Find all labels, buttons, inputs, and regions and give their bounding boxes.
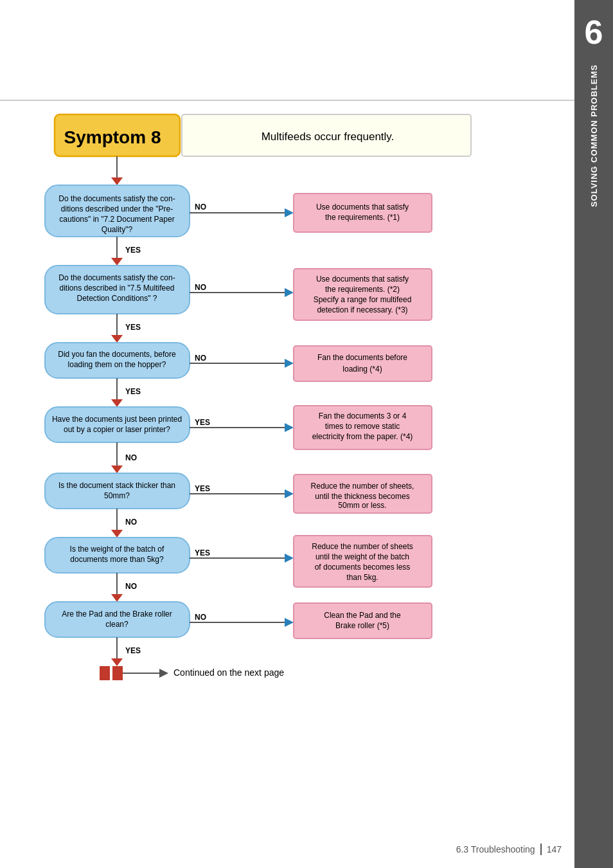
- svg-text:Have the documents just been p: Have the documents just been printed: [52, 415, 182, 424]
- svg-text:NO: NO: [195, 203, 206, 212]
- svg-text:NO: NO: [125, 453, 137, 462]
- svg-text:Fan the documents 3 or 4: Fan the documents 3 or 4: [319, 411, 407, 420]
- svg-marker-98: [111, 658, 123, 666]
- sidebar-number: 6: [585, 13, 603, 51]
- svg-text:Fan the documents before: Fan the documents before: [317, 353, 407, 362]
- svg-text:YES: YES: [195, 548, 210, 557]
- svg-text:NO: NO: [125, 518, 137, 527]
- footer-page: 147: [547, 844, 562, 854]
- svg-text:Brake roller (*5): Brake roller (*5): [335, 621, 389, 630]
- svg-marker-40: [285, 359, 294, 368]
- svg-text:Use documents that satisfy: Use documents that satisfy: [316, 275, 409, 284]
- svg-rect-41: [294, 346, 432, 381]
- svg-marker-19: [111, 258, 123, 266]
- top-divider: [0, 100, 574, 101]
- svg-marker-5: [111, 177, 123, 185]
- svg-text:Multifeeds occur frequently.: Multifeeds occur frequently.: [262, 131, 395, 143]
- svg-text:YES: YES: [125, 323, 141, 332]
- svg-text:loading them on the hopper?: loading them on the hopper?: [68, 360, 166, 369]
- svg-text:ditions described under the "P: ditions described under the "Pre-: [61, 204, 173, 213]
- svg-text:NO: NO: [195, 283, 206, 292]
- svg-marker-46: [111, 399, 123, 407]
- svg-text:YES: YES: [195, 418, 210, 427]
- svg-marker-72: [111, 530, 123, 538]
- svg-marker-65: [285, 489, 294, 498]
- svg-text:cautions" in "7.2 Document Pap: cautions" in "7.2 Document Paper: [59, 215, 174, 224]
- svg-text:until the weight of the batch: until the weight of the batch: [315, 552, 409, 561]
- svg-text:Use documents that satisfy: Use documents that satisfy: [316, 203, 409, 212]
- svg-text:Specify a range for multifeed: Specify a range for multifeed: [314, 295, 412, 304]
- svg-marker-13: [285, 208, 294, 217]
- svg-text:NO: NO: [195, 354, 206, 363]
- svg-text:Reduce the number of sheets,: Reduce the number of sheets,: [311, 482, 414, 491]
- svg-text:electricity from the paper. (*: electricity from the paper. (*4): [312, 432, 413, 441]
- svg-text:YES: YES: [125, 246, 141, 255]
- svg-marker-78: [285, 554, 294, 563]
- svg-rect-100: [112, 666, 123, 680]
- svg-text:NO: NO: [125, 582, 137, 591]
- svg-rect-99: [100, 666, 110, 680]
- svg-text:the requirements. (*1): the requirements. (*1): [325, 213, 400, 222]
- svg-text:Is the weight of the batch of: Is the weight of the batch of: [70, 545, 164, 554]
- svg-text:50mm?: 50mm?: [104, 491, 130, 500]
- svg-text:until the thickness becomes: until the thickness becomes: [315, 492, 409, 501]
- svg-marker-102: [159, 669, 168, 678]
- svg-text:clean?: clean?: [105, 620, 129, 629]
- svg-text:Clean the Pad  and the: Clean the Pad and the: [324, 611, 401, 620]
- svg-text:out by a copier or laser  prin: out by a copier or laser printer?: [64, 425, 170, 434]
- footer-section: 6.3 Troubleshooting: [456, 844, 535, 854]
- svg-text:Are the Pad and the Brake roll: Are the Pad and the Brake roller: [62, 610, 172, 619]
- svg-text:NO: NO: [195, 613, 206, 622]
- svg-marker-92: [285, 618, 294, 627]
- sidebar: 6 SOLVING COMMON PROBLEMS: [574, 0, 613, 868]
- svg-text:YES: YES: [125, 646, 141, 655]
- svg-marker-59: [111, 466, 123, 473]
- flowchart-svg: Symptom 8 Multifeeds occur frequently. D…: [35, 108, 575, 815]
- svg-text:YES: YES: [195, 484, 210, 493]
- svg-text:the requirements. (*2): the requirements. (*2): [325, 285, 400, 294]
- svg-text:50mm or less.: 50mm or less.: [338, 501, 386, 510]
- svg-text:Do the documents satisfy the c: Do the documents satisfy the con-: [58, 194, 175, 203]
- svg-text:Is the document stack thicker : Is the document stack thicker than: [58, 481, 175, 490]
- svg-text:Continued on the next page: Continued on the next page: [173, 667, 284, 678]
- svg-text:than 5kg.: than 5kg.: [346, 573, 378, 582]
- footer: 6.3 Troubleshooting 147: [456, 844, 562, 855]
- svg-text:ditions described  in "7.5 Mul: ditions described in "7.5 Multifeed: [59, 284, 174, 293]
- svg-text:loading (*4): loading (*4): [342, 365, 382, 374]
- svg-marker-26: [285, 288, 294, 297]
- svg-text:Symptom 8: Symptom 8: [64, 127, 161, 147]
- svg-text:YES: YES: [125, 387, 141, 396]
- svg-text:times to remove static: times to remove static: [325, 422, 400, 431]
- svg-text:of documents becomes less: of documents becomes less: [315, 563, 411, 572]
- svg-marker-52: [285, 423, 294, 432]
- svg-text:detection if necessary. (*3): detection if necessary. (*3): [317, 305, 407, 314]
- svg-text:documents more than 5kg?: documents more than 5kg?: [70, 555, 164, 564]
- svg-text:Do the documents satisfy the c: Do the documents satisfy the con-: [58, 273, 175, 282]
- svg-text:Quality"?: Quality"?: [102, 225, 133, 234]
- svg-marker-34: [111, 335, 123, 343]
- svg-text:Reduce the number of sheets: Reduce the number of sheets: [312, 542, 413, 551]
- svg-text:Detection Conditions" ?: Detection Conditions" ?: [77, 294, 157, 303]
- sidebar-text: SOLVING COMMON PROBLEMS: [589, 64, 599, 207]
- svg-text:Did you fan the documents, bef: Did you fan the documents, before: [58, 350, 176, 359]
- footer-divider: [540, 844, 542, 855]
- svg-marker-86: [111, 594, 123, 602]
